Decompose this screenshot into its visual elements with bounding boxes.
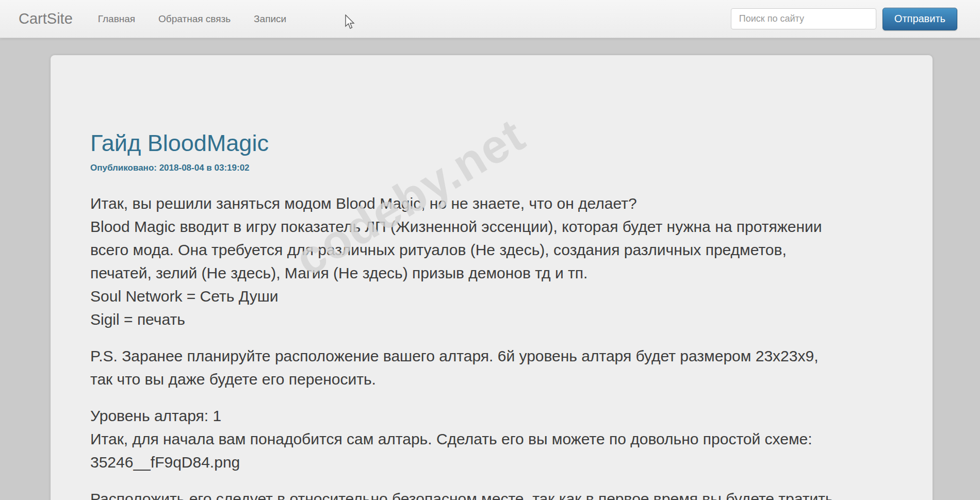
post-text-line: P.S. Заранее планируйте расположение ваш… xyxy=(90,347,819,364)
search-input[interactable] xyxy=(731,8,876,29)
search-submit-button[interactable]: Отправить xyxy=(883,8,957,30)
post-paragraph: P.S. Заранее планируйте расположение ваш… xyxy=(90,344,893,391)
nav-link-feedback[interactable]: Обратная связь xyxy=(158,13,231,25)
nav-link-posts[interactable]: Записи xyxy=(254,13,286,25)
post-paragraph: Уровень алтаря: 1 Итак, для начала вам п… xyxy=(90,404,893,474)
nav-links: Главная Обратная связь Записи xyxy=(98,13,309,25)
post-text-line: Расположить его следует в относительно б… xyxy=(90,490,834,500)
post-text-line: Итак, для начала вам понадобится сам алт… xyxy=(90,430,812,447)
post-body: Итак, вы решили заняться модом Blood Mag… xyxy=(90,192,893,500)
post-text-line: Итак, вы решили заняться модом Blood Mag… xyxy=(90,195,637,212)
post-text-line: Sigil = печать xyxy=(90,311,185,328)
post-published-date: Опубликовано: 2018-08-04 в 03:19:02 xyxy=(90,163,893,173)
post-title: Гайд BloodMagic xyxy=(90,55,893,157)
post-paragraph: Расположить его следует в относительно б… xyxy=(90,487,893,500)
post-text-line: всего мода. Она требуется для различных … xyxy=(90,241,787,258)
navbar: CartSite Главная Обратная связь Записи О… xyxy=(0,0,980,38)
brand-link[interactable]: CartSite xyxy=(19,10,73,27)
post-paragraph: Итак, вы решили заняться модом Blood Mag… xyxy=(90,192,893,331)
post-text-line: так что вы даже будете его переносить. xyxy=(90,371,376,388)
post-text-line: 35246__fF9qD84.png xyxy=(90,454,240,471)
nav-link-home[interactable]: Главная xyxy=(98,13,135,25)
post-text-line: Уровень алтаря: 1 xyxy=(90,407,221,424)
post-text-line: Soul Network = Сеть Души xyxy=(90,288,278,305)
post-text-line: печатей, зелий (Не здесь), Магия (Не зде… xyxy=(90,264,587,281)
search-form: Отправить xyxy=(731,8,957,30)
post-text-line: Blood Magic вводит в игру показатель ЛП … xyxy=(90,218,822,235)
post-card: Гайд BloodMagic Опубликовано: 2018-08-04… xyxy=(51,55,933,500)
